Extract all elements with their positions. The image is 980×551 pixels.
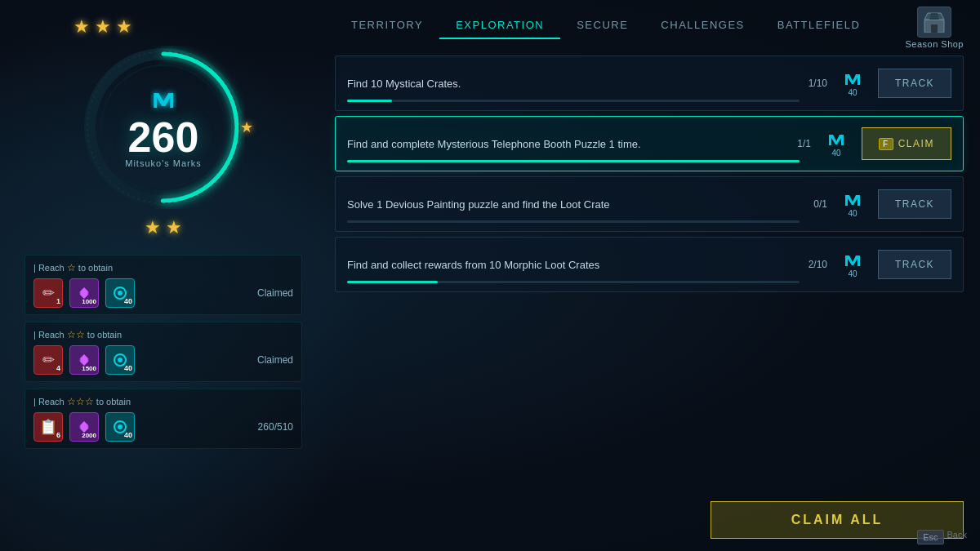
quest-row-1: Find 10 Mystical Crates. 1/10 40 TRACK [335,56,964,111]
tab-territory[interactable]: TERRITORY [335,12,439,39]
reward-item-teal1: 40 [105,278,135,308]
reward-status-1: Claimed [257,287,293,299]
score-number: 260 [125,116,202,158]
left-panel: ★ ★ ★ 260 Mitsuko's Mark [0,0,318,551]
reward-item-teal3: 40 [105,412,135,442]
tab-battlefield[interactable]: BATTLEFIELD [761,12,877,39]
pencil-icon: ✏1 [33,278,63,308]
reward-status-2: Claimed [257,354,293,366]
claim-all-container: CLAIM ALL [335,501,964,539]
progress-fill-1 [347,100,392,102]
star-2: ★ [95,16,111,38]
svg-marker-8 [80,354,88,366]
back-label[interactable]: Back [947,530,967,544]
track-button-1[interactable]: TRACK [878,69,951,98]
reward-header-1: | Reach ☆ to obtain [33,262,293,273]
svg-marker-18 [845,195,860,206]
quest-progress-2: 1/1 [797,138,811,149]
m-logo-q1 [844,70,862,88]
quest-row-2: Find and complete Mysterious Telephone B… [335,116,964,171]
reward-item-currency1: 1000 [69,278,99,308]
esc-back-bar: Esc Back [917,530,967,544]
quest-text-2: Find and complete Mysterious Telephone B… [347,138,789,150]
quest-currency-3: 40 [840,191,865,218]
progress-fill-2 [347,160,800,162]
stars-top: ★ ★ ★ [24,16,302,38]
quest-progress-3: 0/1 [813,198,827,210]
stars-bottom: ★ ★ [24,217,302,238]
quest-row-4: Find and collect rewards from 10 Morphic… [335,237,964,292]
reward-header-3: | Reach ☆☆☆ to obtain [33,396,293,407]
score-display: 260 Mitsuko's Marks [125,87,202,168]
progress-bar-4 [347,281,800,283]
m-logo-q4 [844,251,862,269]
star-bottom-1: ★ [145,217,161,238]
svg-marker-4 [154,93,173,108]
currency-purple-icon: 1000 [69,278,99,308]
esc-badge[interactable]: Esc [917,530,943,544]
quest-text-3: Solve 1 Devious Painting puzzle and find… [347,198,805,211]
m-logo-q3 [844,191,862,209]
quest-currency-2: 40 [824,131,849,158]
reward-header-2: | Reach ☆☆ to obtain [33,329,293,340]
tab-challenges[interactable]: CHALLENGES [644,12,760,39]
reward-item-currency3: 2000 [69,412,99,442]
progress-bar-1 [347,100,800,102]
season-shop-label: Season Shop [905,39,964,49]
reward-row-2: ✏4 1500 40 C [33,345,293,375]
teal-currency3-icon: 40 [105,412,135,442]
reward-item-pencil2: ✏4 [33,345,63,375]
reward-row-3: 📋6 2000 40 [33,412,293,442]
quest-text-1: Find 10 Mystical Crates. [347,78,800,90]
reward-row-1: ✏1 1000 40 C [33,278,293,308]
reward-item-currency2: 1500 [69,345,99,375]
progress-fill-4 [347,281,438,283]
star-3: ★ [116,16,132,38]
reward-progress-3: 260/510 [258,421,293,433]
season-shop-button[interactable]: Season Shop [905,7,964,49]
tab-secure[interactable]: SECURE [560,12,644,39]
quest-text-4: Find and collect rewards from 10 Morphic… [347,259,800,271]
svg-marker-11 [80,421,88,433]
quest-list: Find 10 Mystical Crates. 1/10 40 TRACK F… [335,56,964,488]
season-shop-icon [917,7,951,38]
svg-marker-5 [80,287,88,299]
m-logo-q2 [827,131,845,149]
teal-currency-icon: 40 [105,278,135,308]
main-container: ★ ★ ★ 260 Mitsuko's Mark [0,0,980,551]
quest-currency-4: 40 [840,251,865,278]
mitsuko-logo [150,87,176,113]
teal-currency2-icon: 40 [105,345,135,375]
tabs-bar: TERRITORY EXPLORATION SECURE CHALLENGES … [335,12,964,39]
claim-button-2[interactable]: F CLAIM [862,127,951,160]
svg-point-10 [118,358,122,362]
reward-item-doc: 📋6 [33,412,63,442]
tab-exploration[interactable]: EXPLORATION [439,12,560,39]
star-1: ★ [74,16,90,38]
svg-rect-15 [931,24,938,33]
progress-bar-2 [347,160,800,162]
reward-item-pencil: ✏1 [33,278,63,308]
reward-section-3: | Reach ☆☆☆ to obtain 📋6 2000 [24,389,302,449]
star-bottom-2: ★ [166,217,182,238]
quest-progress-4: 2/10 [808,259,827,270]
pencil2-icon: ✏4 [33,345,63,375]
progress-bar-3 [347,220,800,223]
reward-section-1: | Reach ☆ to obtain ✏1 1000 [24,255,302,315]
track-button-4[interactable]: TRACK [878,250,951,279]
reward-item-teal2: 40 [105,345,135,375]
svg-point-13 [118,424,122,429]
circle-side-star: ★ [240,118,253,136]
svg-marker-17 [829,135,844,145]
quest-progress-1: 1/10 [808,78,827,89]
claim-f-badge: F [879,138,893,150]
svg-marker-16 [845,74,860,85]
reward-section-2: | Reach ☆☆ to obtain ✏4 1500 [24,322,302,382]
score-label: Mitsuko's Marks [125,158,202,168]
track-button-3[interactable]: TRACK [878,189,951,219]
svg-marker-19 [845,256,860,266]
quest-currency-1: 40 [840,70,865,97]
svg-point-7 [118,291,122,295]
reward-sections: | Reach ☆ to obtain ✏1 1000 [24,255,302,449]
right-panel: Season Shop TERRITORY EXPLORATION SECURE… [318,0,980,551]
